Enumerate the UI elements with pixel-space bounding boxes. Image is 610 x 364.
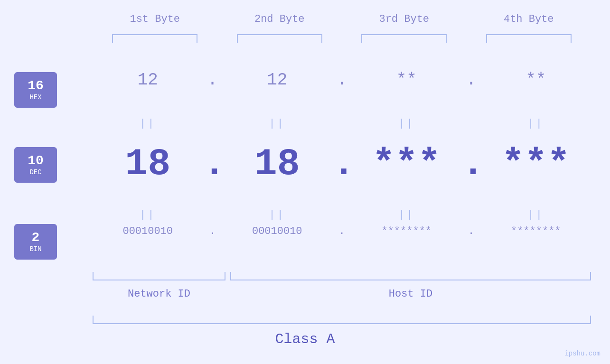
bin-dot-1: . [209,225,216,237]
hex-val-4: ** [526,70,546,90]
eq-2-2: || [222,209,333,221]
hex-dot-2: . [337,70,347,90]
network-bracket [93,272,225,280]
eq-1-2: || [222,118,333,130]
eq-2-3: || [351,209,462,221]
bin-dot-3: . [468,225,474,237]
dec-val-1: 18 [125,142,170,186]
hex-dot-3: . [466,70,477,90]
eq-1-1: || [93,118,203,130]
byte-label-2: 2nd Byte [217,13,342,25]
bin-row: 00010010 . 00010010 . ******** . *******… [93,225,591,237]
hex-badge: 16 HEX [14,72,57,108]
eq-2-1: || [93,209,203,221]
bin-val-4: ******** [511,225,561,237]
bin-val-2: 00010010 [252,225,302,237]
eq-1-4: || [481,118,591,130]
dec-val-4: *** [502,142,570,186]
id-labels: Network ID Host ID [93,288,591,300]
byte-label-4: 4th Byte [467,13,591,25]
bottom-brackets [93,272,591,280]
dec-badge: 10 DEC [14,147,57,183]
watermark: ipshu.com [564,350,601,357]
network-id-label: Network ID [93,288,225,300]
top-brackets [93,34,591,43]
eq-1-3: || [351,118,462,130]
bin-val-3: ******** [381,225,432,237]
dec-val-3: *** [372,142,441,186]
bin-dot-2: . [338,225,345,237]
hex-row: 12 . 12 . ** . ** [93,70,591,90]
byte-label-3: 3rd Byte [342,13,467,25]
hex-val-3: ** [396,70,417,90]
main-container: 1st Byte 2nd Byte 3rd Byte 4th Byte 16 H… [0,0,610,364]
class-label: Class A [0,331,610,347]
hex-val-1: 12 [138,70,158,90]
dec-val-2: 18 [254,142,300,186]
hex-dot-1: . [207,70,218,90]
equals-row-1: || || || || [93,118,591,130]
dec-row: 18 . 18 . *** . *** [93,142,591,186]
bin-badge: 2 BIN [14,224,57,260]
host-id-label: Host ID [230,288,591,300]
host-bracket [230,272,591,280]
bin-val-1: 00010010 [122,225,173,237]
byte-labels-row: 1st Byte 2nd Byte 3rd Byte 4th Byte [93,13,591,25]
eq-2-4: || [481,209,591,221]
byte-label-1: 1st Byte [93,13,217,25]
outer-bracket [93,316,591,324]
equals-row-2: || || || || [93,209,591,221]
hex-val-2: 12 [267,70,287,90]
